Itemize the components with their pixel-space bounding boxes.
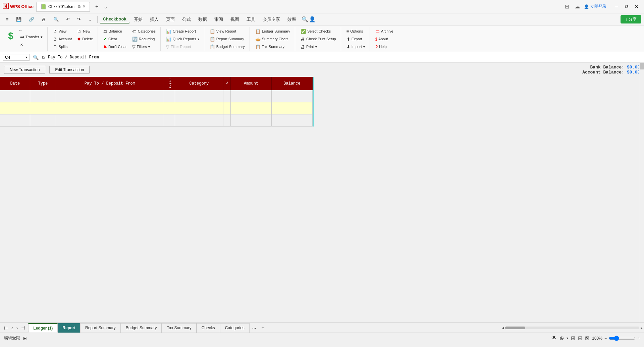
date-cell[interactable]	[0, 114, 30, 127]
menu-vip[interactable]: 会员专享	[259, 15, 283, 24]
category-cell[interactable]	[175, 102, 223, 114]
account-button[interactable]: 🗋 Account	[51, 35, 74, 43]
print-cell[interactable]	[164, 102, 175, 114]
transfer-button[interactable]: ⇌ Transfer ▾	[18, 33, 45, 41]
balance-cell[interactable]	[272, 114, 313, 127]
import-button[interactable]: ⬇ Import ▾	[344, 43, 367, 50]
scroll-right-icon[interactable]: ▸	[641, 326, 643, 330]
filters-button[interactable]: ▽ Filters ▾	[130, 43, 158, 50]
eye-icon[interactable]: 👁	[551, 335, 557, 341]
tab-next-button[interactable]: ›	[15, 325, 19, 331]
redo-button[interactable]: ↷	[74, 15, 84, 23]
quick-reports-button[interactable]: 📊 Quick Reports ▾	[164, 35, 201, 43]
layout-icon[interactable]: ⊞	[23, 336, 27, 341]
add-sheet-button[interactable]: +	[259, 324, 267, 332]
type-cell[interactable]	[30, 102, 56, 114]
dollar-button[interactable]: $	[5, 28, 17, 44]
close-tab-icon[interactable]: ✕	[83, 4, 86, 9]
clear-button[interactable]: ✔ Clear	[101, 35, 129, 43]
tab-last-button[interactable]: ⊣	[20, 325, 26, 331]
check-cell[interactable]	[223, 90, 230, 102]
maximize-button[interactable]: ⧉	[622, 2, 631, 11]
tab-prev-button[interactable]: ‹	[10, 325, 14, 331]
tab-ledger[interactable]: Ledger (1)	[28, 323, 58, 333]
menu-efficiency[interactable]: 效率	[284, 15, 300, 24]
recurring-button[interactable]: 🔄 Recurring	[130, 35, 158, 43]
check-cell[interactable]	[223, 102, 230, 114]
search-icon[interactable]: 🔍	[302, 16, 308, 22]
cloud-icon[interactable]: ☁	[573, 3, 581, 10]
tab-report[interactable]: Report	[58, 323, 80, 333]
delete-button[interactable]: ✖ Delete	[75, 35, 95, 43]
scrollbar-thumb[interactable]	[640, 63, 644, 69]
category-cell[interactable]	[175, 90, 223, 102]
filter-report-button[interactable]: ▽ Filter Report	[164, 43, 201, 50]
print-cell[interactable]	[164, 114, 175, 127]
vertical-scrollbar[interactable]	[639, 63, 644, 323]
horizontal-scrollbar[interactable]	[505, 327, 639, 329]
summary-chart-button[interactable]: 🥧 Summary Chart	[253, 35, 292, 43]
help-button[interactable]: ? Help	[373, 43, 395, 50]
undo-dropdown[interactable]: ⌄	[85, 15, 95, 23]
tab-tax-summary[interactable]: Tax Summary	[162, 323, 196, 333]
report-summary-button[interactable]: 📋 Report Summary	[208, 35, 247, 43]
crosshair-icon[interactable]: ⊕	[559, 335, 564, 341]
login-button[interactable]: 👤 立即登录	[584, 4, 606, 9]
filters-dropdown-icon[interactable]: ▾	[148, 45, 150, 49]
amount-cell[interactable]	[231, 90, 272, 102]
zoom-minus-button[interactable]: −	[604, 336, 607, 341]
tax-summary-button[interactable]: 📋 Tax Summary	[253, 43, 292, 50]
tab-report-summary[interactable]: Report Summary	[80, 323, 121, 333]
menu-insert[interactable]: 插入	[147, 15, 162, 24]
edit-transaction-button[interactable]: Edit Transaction	[49, 66, 90, 74]
save-button[interactable]: 💾	[13, 15, 25, 23]
cell-ref-dropdown[interactable]: ▾	[25, 55, 27, 59]
print-cell[interactable]	[164, 90, 175, 102]
balance-button[interactable]: ⚖ Balance	[101, 28, 129, 35]
menu-data[interactable]: 数据	[195, 15, 210, 24]
date-cell[interactable]	[0, 102, 30, 114]
ledger-summary-button[interactable]: 📋 Ledger Summary	[253, 28, 292, 35]
payto-cell[interactable]	[56, 90, 164, 102]
create-report-button[interactable]: 📊 Create Report	[164, 28, 201, 35]
splits-button[interactable]: 🗋 Splits	[51, 43, 74, 50]
menu-formula[interactable]: 公式	[179, 15, 194, 24]
view-dropdown-icon[interactable]: ▾	[567, 336, 568, 340]
menu-view[interactable]: 视图	[227, 15, 243, 24]
add-tab-button[interactable]: +	[93, 2, 101, 11]
balance-cell[interactable]	[272, 102, 313, 114]
user-icon[interactable]: 👤	[309, 16, 316, 22]
close-ribbon-button[interactable]: ✕	[18, 41, 45, 48]
print-dropdown-icon[interactable]: ▾	[315, 45, 317, 49]
break-view-icon[interactable]: ⊠	[585, 335, 589, 341]
page-view-icon[interactable]: ⊟	[578, 335, 582, 341]
zoom-slider[interactable]	[609, 336, 636, 341]
menu-page[interactable]: 页面	[163, 15, 178, 24]
type-cell[interactable]	[30, 114, 56, 127]
amount-cell[interactable]	[231, 114, 272, 127]
find-button[interactable]: 🔍	[50, 15, 62, 23]
close-button[interactable]: ✕	[632, 2, 641, 11]
view-button[interactable]: 🗋 View	[51, 28, 74, 35]
tab-first-button[interactable]: ⊢	[3, 325, 9, 331]
menu-start[interactable]: 开始	[130, 15, 146, 24]
print-button[interactable]: 🖨	[38, 15, 49, 23]
print-button[interactable]: 🖨 Print ▾	[299, 43, 338, 50]
tab-categories[interactable]: Categories	[220, 323, 250, 333]
new-transaction-button[interactable]: New Transaction	[4, 66, 45, 74]
category-cell[interactable]	[175, 114, 223, 127]
tab-budget-summary[interactable]: Budget Summary	[121, 323, 162, 333]
hamburger-menu[interactable]: ≡	[3, 15, 12, 23]
minimize-button[interactable]: ─	[612, 2, 621, 11]
date-cell[interactable]	[0, 90, 30, 102]
zoom-plus-button[interactable]: +	[638, 336, 640, 341]
type-cell[interactable]	[30, 90, 56, 102]
balance-cell[interactable]	[272, 90, 313, 102]
check-print-setup-button[interactable]: 🖨 Check Print Setup	[299, 35, 338, 43]
tab-checks[interactable]: Checks	[197, 323, 220, 333]
tab-more-button[interactable]: ···	[250, 324, 259, 332]
menu-tools[interactable]: 工具	[243, 15, 259, 24]
quick-reports-dropdown-icon[interactable]: ▾	[198, 37, 199, 41]
tab-dropdown-icon[interactable]: ⌄	[104, 4, 108, 9]
h-scroll-thumb[interactable]	[505, 327, 525, 329]
